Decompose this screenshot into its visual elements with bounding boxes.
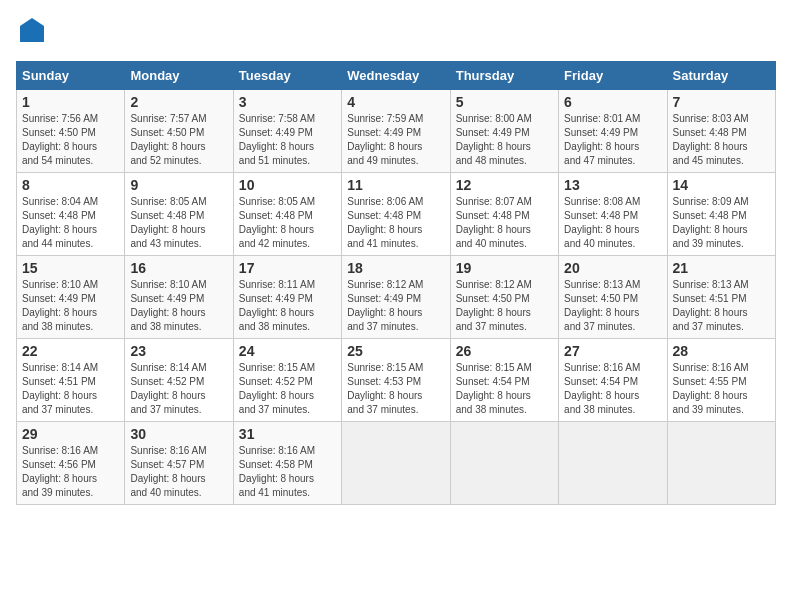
- calendar-header-row: SundayMondayTuesdayWednesdayThursdayFrid…: [17, 62, 776, 90]
- calendar-day-cell: 26Sunrise: 8:15 AM Sunset: 4:54 PM Dayli…: [450, 339, 558, 422]
- day-info: Sunrise: 8:15 AM Sunset: 4:54 PM Dayligh…: [456, 361, 553, 417]
- day-info: Sunrise: 8:09 AM Sunset: 4:48 PM Dayligh…: [673, 195, 770, 251]
- calendar-week-row: 22Sunrise: 8:14 AM Sunset: 4:51 PM Dayli…: [17, 339, 776, 422]
- day-of-week-header: Friday: [559, 62, 667, 90]
- day-number: 1: [22, 94, 119, 110]
- day-info: Sunrise: 8:12 AM Sunset: 4:50 PM Dayligh…: [456, 278, 553, 334]
- calendar-day-cell: 28Sunrise: 8:16 AM Sunset: 4:55 PM Dayli…: [667, 339, 775, 422]
- day-number: 5: [456, 94, 553, 110]
- day-number: 26: [456, 343, 553, 359]
- day-number: 9: [130, 177, 227, 193]
- calendar-day-cell: 19Sunrise: 8:12 AM Sunset: 4:50 PM Dayli…: [450, 256, 558, 339]
- day-number: 27: [564, 343, 661, 359]
- day-info: Sunrise: 8:12 AM Sunset: 4:49 PM Dayligh…: [347, 278, 444, 334]
- day-number: 12: [456, 177, 553, 193]
- day-number: 7: [673, 94, 770, 110]
- calendar-day-cell: 3Sunrise: 7:58 AM Sunset: 4:49 PM Daylig…: [233, 90, 341, 173]
- day-info: Sunrise: 8:08 AM Sunset: 4:48 PM Dayligh…: [564, 195, 661, 251]
- calendar-day-cell: 24Sunrise: 8:15 AM Sunset: 4:52 PM Dayli…: [233, 339, 341, 422]
- day-of-week-header: Monday: [125, 62, 233, 90]
- svg-marker-0: [20, 18, 44, 42]
- day-number: 21: [673, 260, 770, 276]
- day-number: 22: [22, 343, 119, 359]
- day-info: Sunrise: 8:10 AM Sunset: 4:49 PM Dayligh…: [22, 278, 119, 334]
- day-number: 25: [347, 343, 444, 359]
- calendar-day-cell: 16Sunrise: 8:10 AM Sunset: 4:49 PM Dayli…: [125, 256, 233, 339]
- day-number: 15: [22, 260, 119, 276]
- calendar-day-cell: 31Sunrise: 8:16 AM Sunset: 4:58 PM Dayli…: [233, 422, 341, 505]
- calendar-day-cell: 12Sunrise: 8:07 AM Sunset: 4:48 PM Dayli…: [450, 173, 558, 256]
- day-info: Sunrise: 8:15 AM Sunset: 4:53 PM Dayligh…: [347, 361, 444, 417]
- calendar-day-cell: 15Sunrise: 8:10 AM Sunset: 4:49 PM Dayli…: [17, 256, 125, 339]
- calendar-day-cell: [559, 422, 667, 505]
- day-info: Sunrise: 8:13 AM Sunset: 4:50 PM Dayligh…: [564, 278, 661, 334]
- calendar-day-cell: 7Sunrise: 8:03 AM Sunset: 4:48 PM Daylig…: [667, 90, 775, 173]
- calendar-day-cell: 17Sunrise: 8:11 AM Sunset: 4:49 PM Dayli…: [233, 256, 341, 339]
- calendar-day-cell: 20Sunrise: 8:13 AM Sunset: 4:50 PM Dayli…: [559, 256, 667, 339]
- day-info: Sunrise: 8:06 AM Sunset: 4:48 PM Dayligh…: [347, 195, 444, 251]
- calendar-day-cell: [667, 422, 775, 505]
- day-info: Sunrise: 8:16 AM Sunset: 4:54 PM Dayligh…: [564, 361, 661, 417]
- calendar-day-cell: 18Sunrise: 8:12 AM Sunset: 4:49 PM Dayli…: [342, 256, 450, 339]
- day-info: Sunrise: 8:10 AM Sunset: 4:49 PM Dayligh…: [130, 278, 227, 334]
- calendar-day-cell: 10Sunrise: 8:05 AM Sunset: 4:48 PM Dayli…: [233, 173, 341, 256]
- day-number: 14: [673, 177, 770, 193]
- day-info: Sunrise: 8:16 AM Sunset: 4:55 PM Dayligh…: [673, 361, 770, 417]
- day-number: 17: [239, 260, 336, 276]
- calendar-body: 1Sunrise: 7:56 AM Sunset: 4:50 PM Daylig…: [17, 90, 776, 505]
- calendar-day-cell: 4Sunrise: 7:59 AM Sunset: 4:49 PM Daylig…: [342, 90, 450, 173]
- day-number: 6: [564, 94, 661, 110]
- day-info: Sunrise: 7:58 AM Sunset: 4:49 PM Dayligh…: [239, 112, 336, 168]
- day-info: Sunrise: 8:14 AM Sunset: 4:51 PM Dayligh…: [22, 361, 119, 417]
- calendar-day-cell: 11Sunrise: 8:06 AM Sunset: 4:48 PM Dayli…: [342, 173, 450, 256]
- calendar-day-cell: 25Sunrise: 8:15 AM Sunset: 4:53 PM Dayli…: [342, 339, 450, 422]
- day-of-week-header: Sunday: [17, 62, 125, 90]
- calendar-week-row: 29Sunrise: 8:16 AM Sunset: 4:56 PM Dayli…: [17, 422, 776, 505]
- calendar-day-cell: 30Sunrise: 8:16 AM Sunset: 4:57 PM Dayli…: [125, 422, 233, 505]
- day-number: 3: [239, 94, 336, 110]
- calendar-week-row: 8Sunrise: 8:04 AM Sunset: 4:48 PM Daylig…: [17, 173, 776, 256]
- day-info: Sunrise: 8:16 AM Sunset: 4:57 PM Dayligh…: [130, 444, 227, 500]
- day-info: Sunrise: 8:00 AM Sunset: 4:49 PM Dayligh…: [456, 112, 553, 168]
- day-number: 13: [564, 177, 661, 193]
- day-info: Sunrise: 8:05 AM Sunset: 4:48 PM Dayligh…: [130, 195, 227, 251]
- day-number: 4: [347, 94, 444, 110]
- day-number: 8: [22, 177, 119, 193]
- calendar-day-cell: 27Sunrise: 8:16 AM Sunset: 4:54 PM Dayli…: [559, 339, 667, 422]
- day-number: 16: [130, 260, 227, 276]
- day-info: Sunrise: 8:05 AM Sunset: 4:48 PM Dayligh…: [239, 195, 336, 251]
- day-info: Sunrise: 8:11 AM Sunset: 4:49 PM Dayligh…: [239, 278, 336, 334]
- page-header: [16, 16, 776, 49]
- day-number: 29: [22, 426, 119, 442]
- calendar-day-cell: 8Sunrise: 8:04 AM Sunset: 4:48 PM Daylig…: [17, 173, 125, 256]
- day-info: Sunrise: 8:07 AM Sunset: 4:48 PM Dayligh…: [456, 195, 553, 251]
- logo-icon: [18, 16, 46, 44]
- day-number: 10: [239, 177, 336, 193]
- calendar-table: SundayMondayTuesdayWednesdayThursdayFrid…: [16, 61, 776, 505]
- day-number: 31: [239, 426, 336, 442]
- day-number: 24: [239, 343, 336, 359]
- logo: [16, 16, 46, 49]
- day-info: Sunrise: 8:13 AM Sunset: 4:51 PM Dayligh…: [673, 278, 770, 334]
- day-info: Sunrise: 8:03 AM Sunset: 4:48 PM Dayligh…: [673, 112, 770, 168]
- day-number: 28: [673, 343, 770, 359]
- calendar-day-cell: 5Sunrise: 8:00 AM Sunset: 4:49 PM Daylig…: [450, 90, 558, 173]
- day-info: Sunrise: 8:16 AM Sunset: 4:58 PM Dayligh…: [239, 444, 336, 500]
- calendar-day-cell: [342, 422, 450, 505]
- calendar-day-cell: 14Sunrise: 8:09 AM Sunset: 4:48 PM Dayli…: [667, 173, 775, 256]
- day-info: Sunrise: 7:56 AM Sunset: 4:50 PM Dayligh…: [22, 112, 119, 168]
- day-info: Sunrise: 7:59 AM Sunset: 4:49 PM Dayligh…: [347, 112, 444, 168]
- day-info: Sunrise: 8:04 AM Sunset: 4:48 PM Dayligh…: [22, 195, 119, 251]
- calendar-day-cell: [450, 422, 558, 505]
- day-info: Sunrise: 8:14 AM Sunset: 4:52 PM Dayligh…: [130, 361, 227, 417]
- calendar-day-cell: 9Sunrise: 8:05 AM Sunset: 4:48 PM Daylig…: [125, 173, 233, 256]
- calendar-week-row: 15Sunrise: 8:10 AM Sunset: 4:49 PM Dayli…: [17, 256, 776, 339]
- day-of-week-header: Wednesday: [342, 62, 450, 90]
- day-info: Sunrise: 8:01 AM Sunset: 4:49 PM Dayligh…: [564, 112, 661, 168]
- calendar-day-cell: 23Sunrise: 8:14 AM Sunset: 4:52 PM Dayli…: [125, 339, 233, 422]
- day-number: 23: [130, 343, 227, 359]
- calendar-week-row: 1Sunrise: 7:56 AM Sunset: 4:50 PM Daylig…: [17, 90, 776, 173]
- day-info: Sunrise: 8:16 AM Sunset: 4:56 PM Dayligh…: [22, 444, 119, 500]
- day-of-week-header: Saturday: [667, 62, 775, 90]
- calendar-day-cell: 2Sunrise: 7:57 AM Sunset: 4:50 PM Daylig…: [125, 90, 233, 173]
